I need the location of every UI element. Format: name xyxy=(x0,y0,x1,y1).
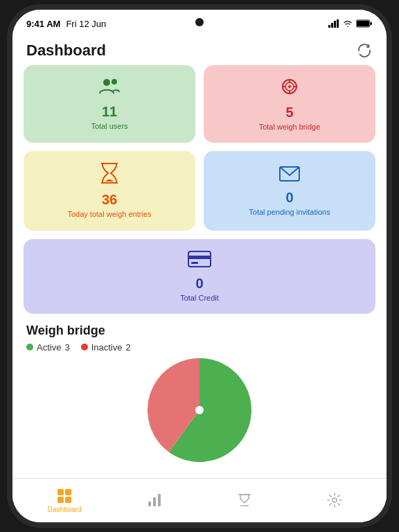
svg-rect-20 xyxy=(188,256,211,259)
svg-rect-24 xyxy=(65,489,71,495)
inactive-legend-label: Inactive xyxy=(91,342,123,353)
today-weigh-entries-label: Today total weigh entries xyxy=(67,209,151,219)
app-header: Dashboard xyxy=(12,35,387,65)
app-content: Dashboard xyxy=(12,35,387,522)
total-weigh-bridge-value: 5 xyxy=(285,105,293,121)
wifi-icon xyxy=(342,19,353,28)
inactive-legend-dot xyxy=(81,344,88,351)
settings-nav-icon xyxy=(326,492,343,508)
svg-rect-26 xyxy=(65,497,71,503)
svg-rect-21 xyxy=(191,262,198,264)
total-credit-label: Total Credit xyxy=(180,293,219,303)
dashboard-cards: 11 Total users xyxy=(12,65,387,314)
svg-rect-6 xyxy=(371,22,373,25)
svg-rect-5 xyxy=(357,21,369,26)
notch xyxy=(195,18,204,26)
total-credit-value: 0 xyxy=(195,276,203,292)
pending-invitations-value: 0 xyxy=(285,190,293,206)
active-legend-dot xyxy=(26,344,33,351)
svg-rect-2 xyxy=(334,21,336,28)
weigh-bridge-icon xyxy=(279,76,300,102)
nav-item-dashboard[interactable]: Dashboard xyxy=(47,488,82,513)
total-weigh-bridge-label: Total weigh bridge xyxy=(259,122,321,132)
signal-icon xyxy=(328,19,339,28)
entries-nav-icon xyxy=(236,492,253,508)
device-frame: 9:41 AM Fri 12 Jun xyxy=(12,10,387,522)
bottom-navigation: Dashboard xyxy=(12,478,387,522)
card-total-weigh-bridge[interactable]: 5 Total weigh bridge xyxy=(204,65,375,143)
status-time: 9:41 AM xyxy=(26,19,60,29)
svg-rect-3 xyxy=(337,19,339,28)
dashboard-nav-label: Dashboard xyxy=(48,506,82,513)
content-scroll[interactable]: Dashboard xyxy=(12,35,387,478)
active-legend-value: 3 xyxy=(64,342,69,353)
active-legend-label: Active xyxy=(37,342,61,353)
reports-nav-icon xyxy=(146,492,163,508)
legend-inactive: Inactive 2 xyxy=(81,342,131,353)
chart-container xyxy=(12,358,387,469)
svg-point-32 xyxy=(332,498,337,502)
nav-item-entries[interactable] xyxy=(227,492,262,510)
nav-item-reports[interactable] xyxy=(137,492,172,510)
svg-point-8 xyxy=(112,79,117,85)
svg-rect-25 xyxy=(57,497,64,503)
svg-rect-23 xyxy=(57,489,64,495)
dashboard-nav-icon xyxy=(56,488,73,504)
total-users-value: 11 xyxy=(102,104,117,120)
weigh-bridge-section-title: Weigh bridge xyxy=(12,314,387,342)
svg-rect-0 xyxy=(328,25,330,28)
nav-item-settings[interactable] xyxy=(317,492,352,510)
battery-icon xyxy=(356,19,373,28)
page-title: Dashboard xyxy=(26,42,106,60)
svg-rect-27 xyxy=(148,502,151,506)
credit-card-icon xyxy=(187,250,212,273)
users-icon xyxy=(98,77,121,101)
card-pending-invitations[interactable]: 0 Total pending invitations xyxy=(204,151,375,230)
legend-active: Active 3 xyxy=(26,342,70,353)
svg-rect-1 xyxy=(331,23,333,28)
svg-point-7 xyxy=(103,79,110,86)
card-total-credit[interactable]: 0 Total Credit xyxy=(24,239,375,314)
refresh-button[interactable] xyxy=(356,42,373,59)
pending-invitations-label: Total pending invitations xyxy=(249,207,330,217)
hourglass-icon xyxy=(100,162,119,189)
svg-rect-29 xyxy=(158,494,161,506)
today-weigh-entries-value: 36 xyxy=(102,192,117,208)
inactive-legend-value: 2 xyxy=(125,342,130,353)
card-today-weigh-entries[interactable]: 36 Today total weigh entries xyxy=(24,151,195,230)
total-users-label: Total users xyxy=(91,121,127,131)
svg-point-11 xyxy=(288,85,291,88)
card-total-users[interactable]: 11 Total users xyxy=(24,65,195,143)
status-date: Fri 12 Jun xyxy=(66,19,106,29)
refresh-icon xyxy=(357,43,372,58)
chart-legend: Active 3 Inactive 2 xyxy=(12,342,387,358)
status-icons xyxy=(328,19,373,28)
svg-rect-28 xyxy=(153,497,156,506)
pie-chart xyxy=(148,358,251,462)
envelope-icon xyxy=(278,165,301,187)
